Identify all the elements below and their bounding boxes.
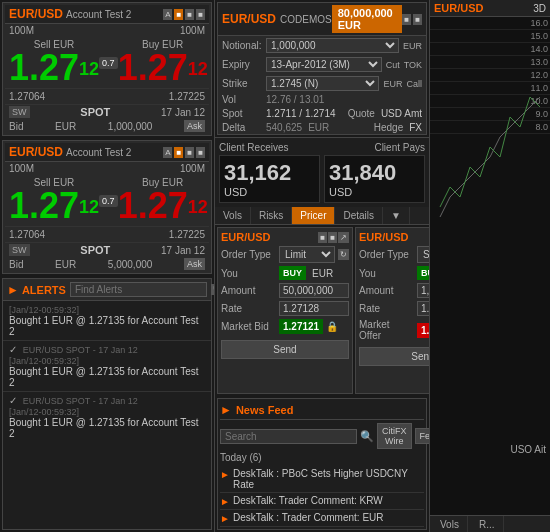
alert-text-1: Bought 1 EUR @ 1.27135 for Account Test …	[9, 366, 199, 388]
notional-select[interactable]: 1,000,000	[266, 38, 399, 53]
expiry-select[interactable]: 13-Apr-2012 (3M)	[266, 57, 382, 72]
order-2-type-select[interactable]: Stop	[417, 246, 430, 263]
price-line-0: 16.0	[430, 17, 550, 30]
tile-2-icon-b[interactable]: ■	[174, 147, 183, 158]
order-2-buy-btn[interactable]: BUY	[417, 266, 430, 280]
order-panel-1: EUR/USD ■ ■ ↗ Order Type Limit ↻ You	[217, 227, 353, 394]
tab-risks[interactable]: Risks	[251, 207, 292, 224]
tile-2-header: EUR/USD Account Test 2 A ■ ■ ■	[5, 143, 209, 162]
sell-amount: 31,162	[224, 160, 291, 185]
opt-icon-a[interactable]: ■	[402, 14, 411, 25]
order-2-type-row: Order Type Stop ↻	[359, 246, 430, 263]
news-citifx-btn[interactable]: CitiFX Wire	[377, 423, 412, 449]
order-1-amount-label: Amount	[221, 285, 276, 296]
tab-extra[interactable]: ▼	[383, 207, 410, 224]
spot-label: Spot	[222, 108, 262, 119]
tab-vols[interactable]: Vols	[215, 207, 251, 224]
list-item: ✓ EUR/USD SPOT - 17 Jan 12 [Jan/12-00:59…	[3, 392, 211, 441]
news-item-0[interactable]: ► DeskTalk : PBoC Sets Higher USDCNY Rat…	[220, 466, 424, 493]
news-search-input[interactable]	[220, 429, 357, 444]
tile-1-icon-d[interactable]: ■	[196, 9, 205, 20]
tile-2-icon-c[interactable]: ■	[185, 147, 194, 158]
sell-buy-section: Client Receives Client Pays 31,162 USD 3…	[215, 137, 429, 207]
tile-1-spot: SPOT	[80, 106, 110, 118]
tile-2: EUR/USD Account Test 2 A ■ ■ ■ 100M 100M…	[2, 140, 212, 274]
delta-ccy: EUR	[308, 122, 329, 133]
tab-details[interactable]: Details	[335, 207, 383, 224]
order-1-you-row: You BUY EUR	[221, 266, 349, 280]
order-2-header: EUR/USD ■ ■ ↗	[359, 231, 430, 243]
tile-1-sell-side[interactable]: Sell EUR 1.2712	[9, 39, 99, 86]
strike-select[interactable]: 1.2745 (N)	[266, 76, 379, 91]
tile-2-buy-side[interactable]: Buy EUR 1.2712	[118, 177, 208, 224]
tile-1-sw[interactable]: SW	[9, 106, 30, 118]
tile-2-icon-a[interactable]: A	[163, 147, 172, 158]
options-header: EUR/USD CODEMOS 80,000,000 EUR ■ ■	[218, 3, 426, 36]
tile-1-account: Account Test 2	[66, 9, 131, 20]
tile-2-ask[interactable]: Ask	[184, 258, 205, 270]
order-2-pair[interactable]: EUR/USD	[359, 231, 409, 243]
client-receives-label: Client Receives	[219, 142, 288, 153]
order-2-amount-input[interactable]	[417, 283, 430, 298]
alerts-search[interactable]	[70, 282, 207, 297]
tile-1-sell-pip: 12	[79, 59, 99, 79]
right-tab-vols[interactable]: Vols	[432, 516, 468, 532]
order-1-refresh-icon[interactable]: ↻	[338, 249, 349, 260]
order-1-market-row: Market Bid 1.27121 🔒	[221, 319, 349, 334]
tile-1-date: 17 Jan 12	[161, 107, 205, 118]
check-icon-1: ✓	[9, 344, 17, 355]
strike-ccy: EUR	[383, 79, 402, 89]
order-2-you-label: You	[359, 268, 414, 279]
tile-2-price-right: 1.27225	[169, 229, 205, 240]
order-2-type-label: Order Type	[359, 249, 414, 260]
tile-1-notional-left: 100M	[9, 25, 34, 36]
order-1-pair[interactable]: EUR/USD	[221, 231, 271, 243]
tile-2-icon-d[interactable]: ■	[196, 147, 205, 158]
tile-2-sell-side[interactable]: Sell EUR 1.2712	[9, 177, 99, 224]
order-1-rate-input[interactable]	[279, 301, 349, 316]
order-2-rate-input[interactable]	[417, 301, 430, 316]
right-header: EUR/USD 3D	[430, 0, 550, 17]
tile-1-icon-b[interactable]: ■	[174, 9, 183, 20]
sell-block[interactable]: 31,162 USD	[219, 155, 320, 203]
tile-1-icon-c[interactable]: ■	[185, 9, 194, 20]
tab-pricer[interactable]: Pricer	[292, 207, 335, 224]
cut-label: Cut	[386, 60, 400, 70]
order-1-buy-btn[interactable]: BUY	[279, 266, 306, 280]
order-2-amount-row: Amount	[359, 283, 430, 298]
order-2-send-btn[interactable]: Send	[359, 347, 430, 366]
tile-2-pair[interactable]: EUR/USD	[9, 145, 63, 159]
opt-icon-b[interactable]: ■	[413, 14, 422, 25]
order-1-icon-a[interactable]: ■	[318, 232, 327, 243]
news-item-1[interactable]: ► DeskTalk: Trader Comment: KRW	[220, 493, 424, 510]
tile-1-ask[interactable]: Ask	[184, 120, 205, 132]
order-1-type-select[interactable]: Limit	[279, 246, 335, 263]
strike-label: Strike	[222, 78, 262, 89]
news-search-icon: 🔍	[360, 430, 374, 443]
tile-1-spread: 0.7	[99, 57, 118, 69]
buy-block[interactable]: 31,840 USD	[324, 155, 425, 203]
tile-1-icon-a[interactable]: A	[163, 9, 172, 20]
order-1-amount-input[interactable]	[279, 283, 349, 298]
sell-buy-row: 31,162 USD 31,840 USD	[219, 155, 425, 203]
tile-1-buy-side[interactable]: Buy EUR 1.2712	[118, 39, 208, 86]
tile-2-bid-row: Bid EUR 5,000,000 Ask	[5, 257, 209, 271]
right-tab-r[interactable]: R...	[471, 516, 504, 532]
tile-2-date: 17 Jan 12	[161, 245, 205, 256]
vol-label: Vol	[222, 94, 262, 105]
order-2-amount-label: Amount	[359, 285, 414, 296]
order-1-icon-b[interactable]: ■	[328, 232, 337, 243]
news-item-2[interactable]: ► DeskTalk : Trader Comment: EUR	[220, 510, 424, 527]
news-text-2: DeskTalk : Trader Comment: EUR	[233, 512, 384, 523]
options-pair[interactable]: EUR/USD	[222, 12, 276, 26]
news-today: Today (6)	[220, 452, 424, 463]
order-1-send-btn[interactable]: Send	[221, 340, 349, 359]
buy-amount: 31,840	[329, 160, 396, 185]
right-pair[interactable]: EUR/USD	[434, 2, 484, 14]
alerts-title: ► ALERTS	[7, 283, 66, 297]
news-feeds-btn[interactable]: Feeds	[415, 428, 431, 444]
tile-2-sw[interactable]: SW	[9, 244, 30, 256]
order-1-icon-c[interactable]: ↗	[338, 232, 349, 243]
notional-ccy: EUR	[403, 41, 422, 51]
tile-1-pair[interactable]: EUR/USD	[9, 7, 63, 21]
